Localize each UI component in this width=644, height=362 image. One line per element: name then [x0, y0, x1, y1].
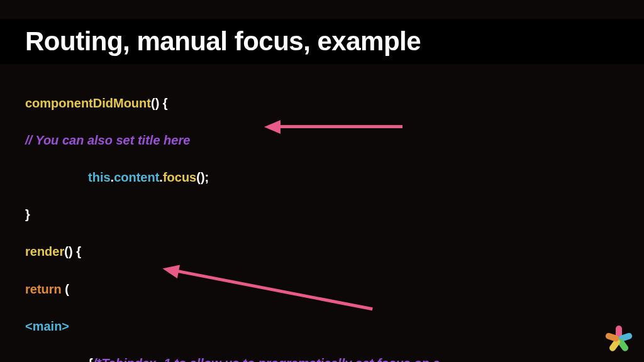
brace: {	[88, 356, 93, 362]
call: ();	[196, 170, 209, 184]
code-example: componentDidMount() { // You can also se…	[0, 64, 644, 362]
fn-focus: focus	[163, 170, 196, 184]
punct: () {	[151, 96, 168, 110]
code-line-6: return (	[25, 280, 619, 299]
kw-this: this	[88, 170, 111, 184]
brace: }	[25, 207, 30, 221]
code-line-1: componentDidMount() {	[25, 94, 619, 113]
code-line-4: }	[25, 206, 619, 224]
fn-name: componentDidMount	[25, 96, 151, 110]
paren: (	[62, 282, 69, 296]
tag-main-open: <main>	[25, 319, 69, 333]
slide-title: Routing, manual focus, example	[25, 26, 619, 57]
code-line-3: this.content.focus();	[25, 168, 619, 187]
prop-content: content	[114, 170, 159, 184]
title-bar: Routing, manual focus, example	[0, 19, 644, 64]
code-line-5: render() {	[25, 243, 619, 261]
comment: // You can also set title here	[25, 133, 190, 147]
code-line-2: // You can also set title here	[25, 131, 619, 150]
kw-return: return	[25, 282, 62, 296]
fn-render: render	[25, 244, 64, 258]
comment: /*Tabindex -1 to allow us to programatic…	[93, 356, 440, 362]
code-line-7: <main>	[25, 317, 619, 336]
code-line-8: {/*Tabindex -1 to allow us to programati…	[25, 354, 619, 362]
logo-icon	[605, 326, 633, 353]
punct: () {	[64, 244, 81, 258]
